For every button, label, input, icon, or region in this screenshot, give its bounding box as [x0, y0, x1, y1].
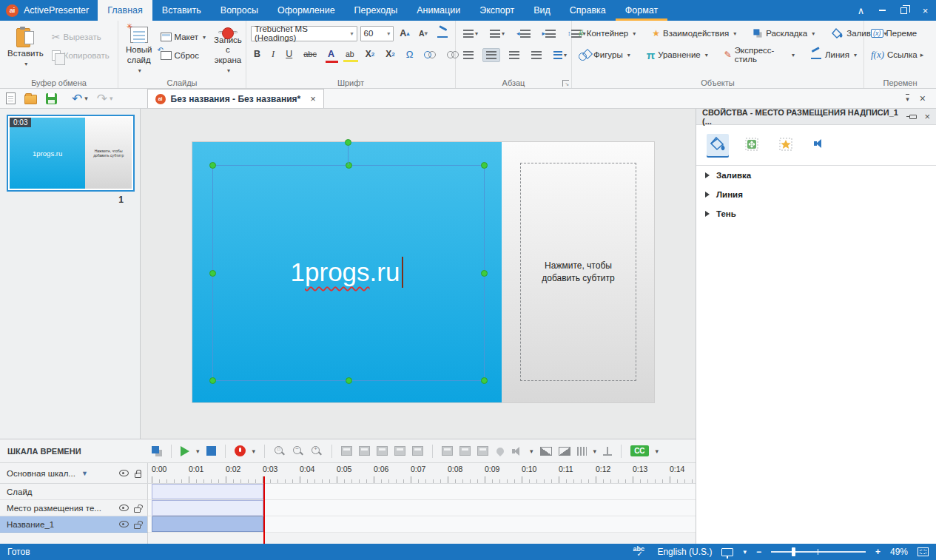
symbol-button[interactable]: Ω [403, 47, 417, 62]
new-document-button[interactable] [6, 92, 16, 104]
animation-icon[interactable] [477, 446, 488, 456]
zoom-level[interactable]: 49% [890, 547, 908, 557]
container-button[interactable]: # Контейнер [576, 25, 638, 41]
font-size-select[interactable]: 60▾ [360, 26, 394, 41]
section-fill[interactable]: Заливка [696, 166, 936, 185]
remove-time-icon[interactable] [359, 446, 370, 456]
font-color-button[interactable]: A [325, 47, 337, 61]
tab-audio[interactable] [809, 137, 819, 155]
zoom-in-button[interactable]: + [875, 547, 881, 557]
record-screen-button[interactable]: Запись с экрана [211, 24, 245, 76]
tab-interactivity[interactable] [775, 134, 797, 158]
blur-icon[interactable] [495, 445, 505, 456]
variable-button[interactable]: (x) Переме [869, 25, 919, 41]
section-line[interactable]: Линия [696, 185, 936, 204]
superscript-button[interactable]: X2 [363, 47, 377, 61]
lock-all-icon[interactable] [135, 473, 141, 478]
audio-options-icon[interactable]: ▾ [530, 448, 533, 455]
slide-properties-icon[interactable] [152, 446, 162, 456]
zoom-slider[interactable] [771, 551, 866, 553]
restore-button[interactable] [893, 0, 915, 21]
language-label[interactable]: English (U.S.) [657, 547, 712, 557]
new-slide-button[interactable]: Новый слайд [123, 24, 155, 76]
interactions-button[interactable]: ★ Взаимодействия [650, 25, 738, 41]
closed-caption-button[interactable]: CC [630, 445, 648, 456]
close-all-documents-icon[interactable]: × [920, 92, 926, 104]
align-center-button[interactable] [482, 48, 500, 62]
tab-format[interactable]: Формат [616, 0, 667, 21]
redo-button[interactable]: ↷▾ [97, 92, 113, 105]
presenter-options-icon[interactable]: ▾ [743, 548, 747, 556]
quick-style-button[interactable]: ✎ Экспресс-стиль [722, 47, 797, 63]
resize-handle-ne[interactable] [481, 162, 488, 169]
line-button[interactable]: Линия [809, 47, 859, 63]
paste-button[interactable]: Вставить [4, 24, 47, 76]
tab-fill-style[interactable] [707, 134, 729, 158]
scale-dropdown-icon[interactable]: ▼ [81, 470, 88, 477]
collapse-ribbon-icon[interactable]: ∧ [850, 0, 872, 21]
italic-button[interactable]: I [269, 47, 277, 62]
subtitle-placeholder[interactable]: Нажмите, чтобы добавить субтитр [520, 163, 636, 381]
spellcheck-icon[interactable] [633, 547, 647, 557]
document-tab-close-icon[interactable]: × [310, 93, 316, 104]
merge-frames-icon[interactable] [459, 446, 471, 456]
clear-formatting-button[interactable] [434, 27, 451, 40]
placeholder-duration-bar[interactable] [152, 500, 263, 516]
fit-to-window-icon[interactable] [918, 547, 929, 556]
tab-animations[interactable]: Анимации [407, 0, 470, 21]
record-options-icon[interactable]: ▾ [252, 448, 256, 455]
zoom-out-icon[interactable]: − [292, 445, 304, 457]
presenter-view-icon[interactable] [721, 548, 733, 556]
tab-questions[interactable]: Вопросы [211, 0, 268, 21]
strikethrough-button[interactable]: abc [300, 47, 320, 61]
slide-duration-bar[interactable] [152, 484, 263, 499]
decrease-indent-button[interactable]: ◂ [514, 27, 533, 40]
shrink-font-button[interactable]: A▾ [416, 27, 431, 40]
bold-button[interactable]: B [251, 47, 263, 61]
underline-button[interactable]: U [283, 47, 295, 61]
zoom-slider-thumb[interactable] [792, 547, 795, 556]
resize-handle-s[interactable] [346, 377, 352, 384]
paragraph-dialog-launcher[interactable]: ↘ [562, 80, 569, 87]
rotate-handle[interactable] [345, 139, 351, 146]
resize-handle-e[interactable] [481, 270, 488, 277]
vertical-align-button[interactable] [551, 49, 570, 61]
tab-view[interactable]: Вид [524, 0, 560, 21]
numbered-list-button[interactable] [487, 27, 508, 40]
play-options-icon[interactable]: ▾ [196, 448, 200, 455]
tab-home[interactable]: Главная [98, 0, 152, 21]
zoom-out-button[interactable]: − [756, 547, 761, 557]
tab-list-menu-icon[interactable]: ▾ [906, 94, 909, 103]
align-right-button[interactable] [506, 49, 522, 61]
tab-export[interactable]: Экспорт [470, 0, 524, 21]
canvas[interactable]: 1progs.ru Нажмите, чтобы добавить субтит… [141, 109, 696, 439]
pin-panel-icon[interactable] [909, 115, 917, 119]
justify-button[interactable] [528, 49, 545, 61]
highlight-button[interactable]: ab [343, 47, 357, 61]
equation-button[interactable]: π Уравнение [644, 47, 710, 63]
track-slide[interactable]: Слайд [0, 484, 696, 500]
timeline-ruler[interactable]: 0:00 0:01 0:02 0:03 0:04 0:05 0:06 0:07 … [148, 463, 696, 484]
expand-frames-icon[interactable] [442, 446, 453, 456]
layout-button[interactable]: Макет [158, 29, 209, 45]
copy-button[interactable]: Копировать [50, 47, 112, 64]
resize-handle-se[interactable] [481, 377, 488, 384]
track-title[interactable]: Название_1 [0, 516, 696, 533]
bullet-list-button[interactable] [460, 27, 481, 40]
arrange-button[interactable]: Раскладка [750, 25, 817, 41]
subscript-button[interactable]: X2 [383, 47, 397, 61]
track-text-placeholder[interactable]: Место размещения те... [0, 500, 696, 516]
resize-handle-sw[interactable] [209, 377, 216, 384]
noise-reduction-icon[interactable] [577, 447, 587, 456]
reset-button[interactable]: Сброс [158, 47, 209, 64]
stop-button[interactable] [206, 446, 216, 456]
font-family-select[interactable]: Trebuchet MS (Headings)▾ [251, 26, 357, 41]
resize-handle-n[interactable] [346, 162, 352, 169]
tab-design[interactable]: Оформление [268, 0, 345, 21]
volume-level-icon[interactable] [603, 447, 612, 456]
increase-indent-button[interactable]: ▸ [539, 27, 559, 40]
close-button[interactable]: × [915, 0, 936, 21]
selection-rectangle[interactable] [212, 165, 485, 381]
close-panel-icon[interactable]: × [924, 111, 930, 122]
visibility-all-icon[interactable] [119, 470, 129, 476]
